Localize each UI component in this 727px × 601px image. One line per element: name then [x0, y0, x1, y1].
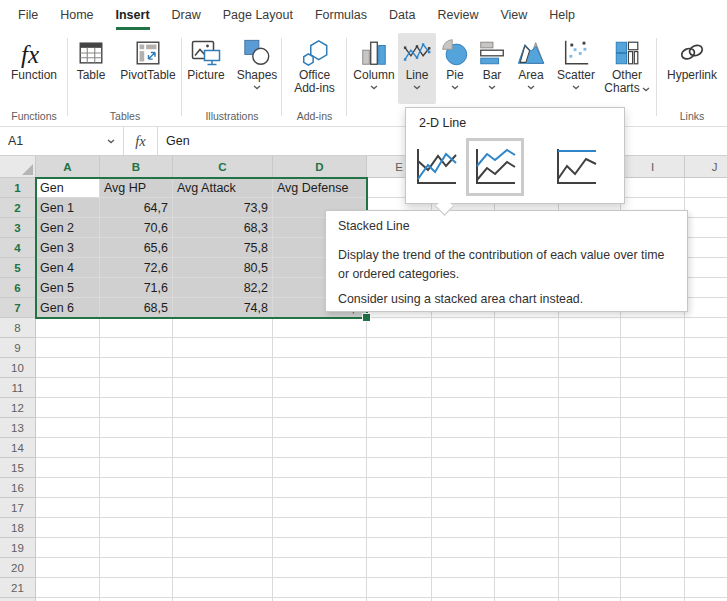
- chevron-down-icon[interactable]: [413, 85, 421, 90]
- cell-J15[interactable]: [685, 458, 727, 478]
- cell-E10[interactable]: [367, 358, 432, 378]
- cell-C7[interactable]: 74,8: [173, 298, 273, 318]
- cell-B7[interactable]: 68,5: [100, 298, 173, 318]
- cell-C17[interactable]: [173, 498, 273, 518]
- picture-button[interactable]: Picture: [182, 33, 230, 84]
- cell-F8[interactable]: [432, 318, 495, 338]
- row-header-6[interactable]: 6: [0, 278, 36, 298]
- row-header-3[interactable]: 3: [0, 218, 36, 238]
- row-header-11[interactable]: 11: [0, 378, 36, 398]
- cell-H16[interactable]: [559, 478, 621, 498]
- cell-G9[interactable]: [495, 338, 559, 358]
- cell-D16[interactable]: [273, 478, 367, 498]
- cell-B19[interactable]: [100, 538, 173, 558]
- cell-C13[interactable]: [173, 418, 273, 438]
- cell-G15[interactable]: [495, 458, 559, 478]
- cell-I18[interactable]: [621, 518, 685, 538]
- cell-D17[interactable]: [273, 498, 367, 518]
- cell-A14[interactable]: [36, 438, 100, 458]
- cell-B9[interactable]: [100, 338, 173, 358]
- table-button[interactable]: Table: [69, 33, 113, 84]
- cell-G18[interactable]: [495, 518, 559, 538]
- cell-E18[interactable]: [367, 518, 432, 538]
- column-header-B[interactable]: B: [100, 156, 173, 178]
- cell-I10[interactable]: [621, 358, 685, 378]
- cell-F19[interactable]: [432, 538, 495, 558]
- cell-D9[interactable]: [273, 338, 367, 358]
- cell-C18[interactable]: [173, 518, 273, 538]
- row-header-19[interactable]: 19: [0, 538, 36, 558]
- cell-D11[interactable]: [273, 378, 367, 398]
- cell-B18[interactable]: [100, 518, 173, 538]
- cell-J3[interactable]: [685, 218, 727, 238]
- cell-G12[interactable]: [495, 398, 559, 418]
- row-header-16[interactable]: 16: [0, 478, 36, 498]
- cell-J20[interactable]: [685, 558, 727, 578]
- column-header-C[interactable]: C: [173, 156, 273, 178]
- cell-F11[interactable]: [432, 378, 495, 398]
- cell-J18[interactable]: [685, 518, 727, 538]
- cell-D15[interactable]: [273, 458, 367, 478]
- cell-H12[interactable]: [559, 398, 621, 418]
- row-header-1[interactable]: 1: [0, 178, 36, 198]
- cell-E9[interactable]: [367, 338, 432, 358]
- cell-A7[interactable]: Gen 6: [36, 298, 100, 318]
- cell-F15[interactable]: [432, 458, 495, 478]
- cell-E8[interactable]: [367, 318, 432, 338]
- cell-A1[interactable]: Gen: [36, 178, 100, 198]
- bar-chart-button[interactable]: Bar: [474, 33, 510, 92]
- cell-G8[interactable]: [495, 318, 559, 338]
- cell-J21[interactable]: [685, 578, 727, 598]
- cell-C4[interactable]: 75,8: [173, 238, 273, 258]
- line-option[interactable]: [412, 143, 460, 191]
- cell-E11[interactable]: [367, 378, 432, 398]
- cell-H18[interactable]: [559, 518, 621, 538]
- cell-D19[interactable]: [273, 538, 367, 558]
- cell-A18[interactable]: [36, 518, 100, 538]
- cell-F20[interactable]: [432, 558, 495, 578]
- cell-F10[interactable]: [432, 358, 495, 378]
- stacked-line-option[interactable]: [466, 138, 524, 196]
- cell-J13[interactable]: [685, 418, 727, 438]
- cell-A17[interactable]: [36, 498, 100, 518]
- cell-C21[interactable]: [173, 578, 273, 598]
- cell-H21[interactable]: [559, 578, 621, 598]
- cell-E12[interactable]: [367, 398, 432, 418]
- cell-B15[interactable]: [100, 458, 173, 478]
- chevron-down-icon[interactable]: [488, 85, 496, 90]
- cell-B16[interactable]: [100, 478, 173, 498]
- cell-B10[interactable]: [100, 358, 173, 378]
- tab-home[interactable]: Home: [49, 0, 104, 30]
- cell-I9[interactable]: [621, 338, 685, 358]
- cell-D20[interactable]: [273, 558, 367, 578]
- cell-G14[interactable]: [495, 438, 559, 458]
- tab-data[interactable]: Data: [378, 0, 426, 30]
- chevron-down-icon[interactable]: [572, 85, 580, 90]
- name-box[interactable]: A1: [0, 127, 124, 155]
- cell-J8[interactable]: [685, 318, 727, 338]
- cell-J16[interactable]: [685, 478, 727, 498]
- cell-C9[interactable]: [173, 338, 273, 358]
- cell-G11[interactable]: [495, 378, 559, 398]
- cell-C6[interactable]: 82,2: [173, 278, 273, 298]
- row-header-14[interactable]: 14: [0, 438, 36, 458]
- cell-H8[interactable]: [559, 318, 621, 338]
- cell-F17[interactable]: [432, 498, 495, 518]
- cell-E21[interactable]: [367, 578, 432, 598]
- cell-F9[interactable]: [432, 338, 495, 358]
- chevron-down-icon[interactable]: [253, 85, 261, 90]
- select-all-corner[interactable]: [0, 156, 36, 178]
- cell-D10[interactable]: [273, 358, 367, 378]
- cell-A8[interactable]: [36, 318, 100, 338]
- cell-E20[interactable]: [367, 558, 432, 578]
- cell-D18[interactable]: [273, 518, 367, 538]
- pivottable-button[interactable]: PivotTable: [115, 33, 181, 84]
- cell-I15[interactable]: [621, 458, 685, 478]
- row-header-21[interactable]: 21: [0, 578, 36, 598]
- cell-J14[interactable]: [685, 438, 727, 458]
- row-header-8[interactable]: 8: [0, 318, 36, 338]
- cell-G10[interactable]: [495, 358, 559, 378]
- cell-B21[interactable]: [100, 578, 173, 598]
- cell-I13[interactable]: [621, 418, 685, 438]
- insert-function-button[interactable]: fx: [124, 127, 158, 155]
